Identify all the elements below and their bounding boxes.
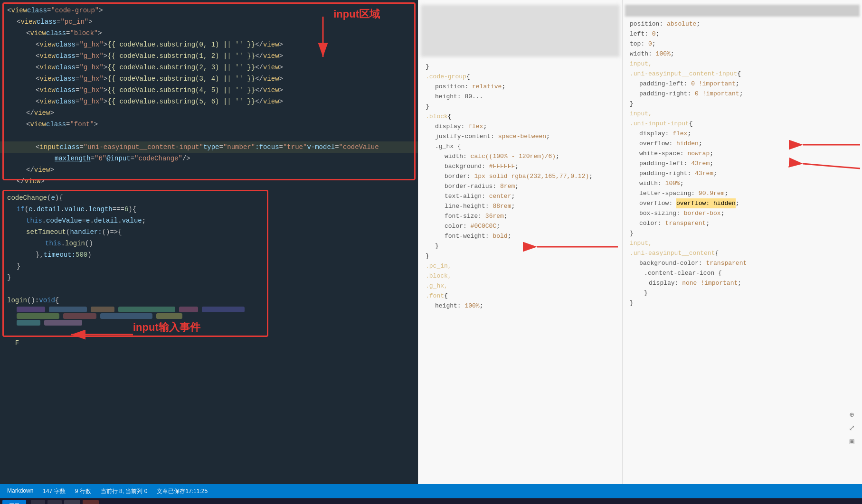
code-line: this.codeValue = e.detail.value;	[0, 215, 418, 226]
code-line: padding-right: 0 !important;	[625, 89, 860, 99]
main-panel: input区域 <view class="code-group"> <view …	[0, 0, 862, 484]
windows-start-button[interactable]	[2, 500, 26, 504]
code-line: display: flex;	[625, 129, 860, 139]
code-line: padding-left: 43rem;	[625, 159, 860, 168]
code-line: .code-group {	[421, 72, 620, 82]
code-line: background-color: transparent	[625, 258, 860, 268]
line-count: 9 行数	[75, 487, 91, 495]
code-line	[0, 130, 418, 141]
code-line: }	[0, 272, 418, 283]
right-code-panel: position: absolute; left: 0; top: 0; wid…	[622, 0, 862, 484]
code-line: justify-content: space-between;	[421, 131, 620, 141]
code-line: }	[421, 251, 620, 261]
code-line: position: relative;	[421, 82, 620, 92]
code-line: .g_hx {	[421, 141, 620, 151]
middle-code-panel: } .code-group { position: relative; heig…	[418, 0, 622, 484]
code-line: width: 100%;	[625, 49, 860, 59]
code-line: .g_hx,	[421, 281, 620, 291]
zoom-fit[interactable]: ⤢	[849, 423, 855, 433]
code-line: input,	[625, 238, 860, 248]
code-line: box-sizing: border-box;	[625, 208, 860, 218]
code-line: <view class="g_hx">{{ codeValue.substrin…	[0, 73, 418, 84]
code-line: <view class="g_hx">{{ codeValue.substrin…	[0, 50, 418, 62]
code-line: <view class="g_hx">{{ codeValue.substrin…	[0, 62, 418, 73]
status-bar: Markdown 147 字数 9 行数 当前行 8, 当前列 0 文章已保存1…	[0, 484, 862, 498]
code-line: position: absolute;	[625, 19, 860, 29]
code-line: F	[0, 337, 418, 349]
save-info: 文章已保存17:11:25	[157, 487, 208, 495]
zoom-controls[interactable]: ⊕ ⤢ ▣	[849, 410, 855, 446]
code-line: top: 0;	[625, 39, 860, 49]
code-line: line-height: 88rem;	[421, 201, 620, 211]
code-line	[0, 326, 418, 337]
blurred-code-line	[0, 306, 418, 313]
code-line: height: 80...	[421, 92, 620, 102]
code-line: .pc_in,	[421, 261, 620, 271]
code-line: .uni-input-input {	[625, 119, 860, 129]
code-line: }, timeout: 500)	[0, 249, 418, 261]
blurred-preview	[421, 5, 620, 57]
code-line: }	[421, 102, 620, 112]
code-line: white-space: nowrap;	[625, 149, 860, 159]
code-line: <view class="g_hx">{{ codeValue.substrin…	[0, 39, 418, 50]
code-line: </view>	[0, 164, 418, 176]
zoom-crosshair[interactable]: ⊕	[849, 410, 855, 420]
code-line: if (e.detail.value.length === 6) {	[0, 204, 418, 215]
status-bar-left: Markdown 147 字数 9 行数 当前行 8, 当前列 0 文章已保存1…	[7, 487, 208, 495]
code-line: <view class="block">	[0, 28, 418, 39]
code-line: .font {	[421, 291, 620, 301]
code-line: width: calc((100% - 120rem)/6);	[421, 151, 620, 161]
code-line: <view class="g_hx">{{ codeValue.substrin…	[0, 96, 418, 107]
code-line: maxlength="6" @input="codeChange" />	[0, 153, 418, 164]
left-code-panel: input区域 <view class="code-group"> <view …	[0, 0, 418, 484]
code-line: }	[625, 298, 860, 308]
code-line: login(): void {	[0, 295, 418, 306]
zoom-screen[interactable]: ▣	[849, 437, 855, 446]
code-line: this.login()	[0, 238, 418, 249]
left-bottom-code: input输入事件 codeChange(e) { if (e.detail.v…	[0, 187, 418, 484]
code-line	[0, 283, 418, 295]
code-line: color: transparent;	[625, 218, 860, 228]
left-top-code: input区域 <view class="code-group"> <view …	[0, 0, 418, 187]
code-line: .content-clear-icon {	[625, 268, 860, 278]
taskbar-browser[interactable]	[83, 500, 99, 504]
code-line: overflow: hidden;	[625, 139, 860, 149]
cursor-position: 当前行 8, 当前列 0	[101, 487, 148, 495]
code-line: letter-spacing: 90.9rem;	[625, 188, 860, 198]
code-line: </view>	[0, 176, 418, 187]
code-line-overflow-hidden: overflow: overflow: hidden;	[625, 198, 860, 208]
code-line: codeChange(e) {	[0, 192, 418, 204]
blurred-code-line	[0, 313, 418, 319]
file-type: Markdown	[7, 487, 33, 495]
code-line: font-weight: bold;	[421, 231, 620, 241]
code-line: <view class="pc_in">	[0, 16, 418, 28]
code-line: <view class="font">	[0, 119, 418, 130]
code-line: padding-right: 43rem;	[625, 168, 860, 178]
code-line: .block {	[421, 112, 620, 121]
taskbar-apps[interactable]	[47, 500, 62, 504]
code-line: left: 0;	[625, 29, 860, 39]
code-line: </view>	[0, 107, 418, 119]
taskbar-vscode[interactable]	[64, 500, 80, 504]
code-line: .block,	[421, 271, 620, 281]
code-line: <view class="code-group">	[0, 5, 418, 16]
code-line: }	[625, 99, 860, 109]
code-line: display: flex;	[421, 121, 620, 131]
code-line: height: 100%;	[421, 301, 620, 311]
code-line: background: #FFFFFF;	[421, 161, 620, 171]
code-line: .uni-easyinput__content {	[625, 248, 860, 258]
code-line: setTimeout( handler: () => {	[0, 226, 418, 238]
code-line: }	[421, 241, 620, 251]
code-line: width: 100%;	[625, 178, 860, 188]
code-line: border-radius: 8rem;	[421, 181, 620, 191]
code-line: }	[625, 288, 860, 298]
code-line: <view class="g_hx">{{ codeValue.substrin…	[0, 84, 418, 96]
char-count: 147 字数	[43, 487, 65, 495]
code-line: text-align: center;	[421, 191, 620, 201]
code-line-input-comma: input,	[625, 59, 860, 69]
code-line: input,	[625, 109, 860, 119]
code-line: display: none !important;	[625, 278, 860, 288]
code-line: }	[421, 62, 620, 72]
taskbar: CSDN @HappyChen 🔊 📶 17:11	[0, 498, 862, 504]
taskbar-search[interactable]	[31, 500, 45, 504]
